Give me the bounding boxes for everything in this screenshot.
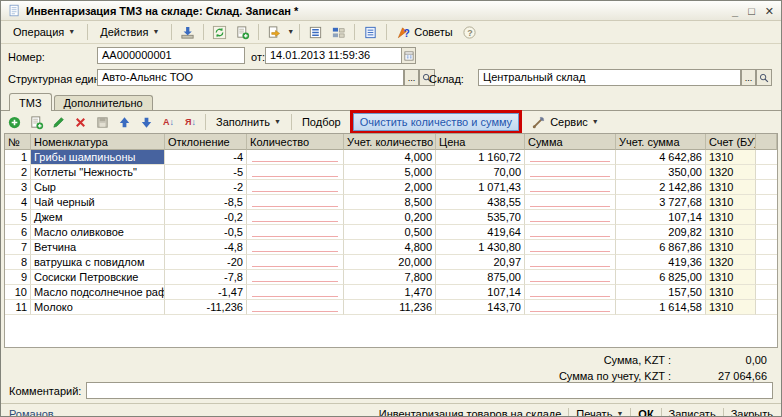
- write-button[interactable]: Записать: [669, 408, 716, 417]
- help-button[interactable]: ?: [459, 23, 480, 42]
- operation-menu-button[interactable]: Операция ▼: [6, 23, 82, 41]
- column-header[interactable]: Количество: [247, 134, 344, 150]
- cell-num[interactable]: 5: [5, 210, 31, 225]
- cell-name[interactable]: Чай черный: [31, 195, 165, 210]
- cell-sum[interactable]: [525, 150, 616, 165]
- move-row-up-button[interactable]: [114, 113, 135, 132]
- column-header[interactable]: №: [5, 134, 31, 150]
- cell-num[interactable]: 1: [5, 150, 31, 165]
- cell-acct-sum[interactable]: 4 642,86: [616, 150, 706, 165]
- cell-deviation[interactable]: -20: [165, 255, 247, 270]
- cell-account[interactable]: 1310: [706, 285, 756, 300]
- warehouse-open-button[interactable]: [756, 69, 772, 86]
- cell-name[interactable]: Сосиски Петровские: [31, 270, 165, 285]
- cell-sum[interactable]: [525, 180, 616, 195]
- cell-price[interactable]: 419,64: [436, 225, 525, 240]
- cell-name[interactable]: Джем: [31, 210, 165, 225]
- refresh-button[interactable]: [209, 23, 230, 42]
- cell-account[interactable]: 1310: [706, 180, 756, 195]
- cell-account[interactable]: 1310: [706, 300, 756, 315]
- tips-button[interactable]: ? Советы: [392, 24, 456, 41]
- warehouse-choose-button[interactable]: ...: [741, 69, 756, 86]
- cell-qty[interactable]: [247, 180, 344, 195]
- cell-acct-sum[interactable]: 350,00: [616, 165, 706, 180]
- chevron-down-icon[interactable]: ▼: [287, 28, 294, 36]
- register-records-button[interactable]: [360, 23, 381, 42]
- cell-acct-sum[interactable]: 2 142,86: [616, 180, 706, 195]
- sort-ascending-button[interactable]: А↓: [158, 113, 179, 132]
- cell-num[interactable]: 3: [5, 180, 31, 195]
- org-choose-button[interactable]: ...: [404, 69, 419, 86]
- cell-num[interactable]: 11: [5, 300, 31, 315]
- cell-price[interactable]: 1 071,43: [436, 180, 525, 195]
- fill-menu-button[interactable]: Заполнить ▼: [210, 114, 287, 130]
- cell-acct-qty[interactable]: 4,800: [344, 240, 436, 255]
- cell-acct-qty[interactable]: 20,000: [344, 255, 436, 270]
- document-structure-button[interactable]: [328, 23, 349, 42]
- cell-qty[interactable]: [247, 150, 344, 165]
- maximize-button[interactable]: □: [748, 4, 755, 18]
- cell-name[interactable]: ватрушка с повидлом: [31, 255, 165, 270]
- cell-num[interactable]: 2: [5, 165, 31, 180]
- tab-additional[interactable]: Дополнительно: [54, 95, 153, 110]
- cell-sum[interactable]: [525, 300, 616, 315]
- cell-acct-qty[interactable]: 2,000: [344, 180, 436, 195]
- cell-qty[interactable]: [247, 225, 344, 240]
- cell-acct-sum[interactable]: 6 867,86: [616, 240, 706, 255]
- cell-qty[interactable]: [247, 240, 344, 255]
- cell-account[interactable]: 1310: [706, 150, 756, 165]
- tab-tmz[interactable]: ТМЗ: [9, 93, 52, 111]
- post-document-button[interactable]: [264, 23, 285, 42]
- column-header[interactable]: Учет. сумма: [616, 134, 706, 150]
- column-header[interactable]: Учет. количество: [344, 134, 436, 150]
- cell-account[interactable]: 1310: [706, 225, 756, 240]
- cell-price[interactable]: 535,70: [436, 210, 525, 225]
- cell-deviation[interactable]: -4: [165, 150, 247, 165]
- cell-num[interactable]: 8: [5, 255, 31, 270]
- cell-price[interactable]: 143,70: [436, 300, 525, 315]
- comment-input[interactable]: [86, 382, 773, 399]
- add-row-button[interactable]: [4, 113, 25, 132]
- pick-button[interactable]: Подбор: [296, 114, 347, 130]
- cell-deviation[interactable]: -2: [165, 180, 247, 195]
- cell-price[interactable]: 875,00: [436, 270, 525, 285]
- cell-acct-qty[interactable]: 0,500: [344, 225, 436, 240]
- cell-name[interactable]: Масло подсолнечное рафиниро...: [31, 285, 165, 300]
- cell-deviation[interactable]: -0,5: [165, 225, 247, 240]
- calendar-button[interactable]: [401, 47, 416, 64]
- cell-acct-qty[interactable]: 1,470: [344, 285, 436, 300]
- org-input[interactable]: Авто-Альянс ТОО: [97, 69, 404, 86]
- cell-account[interactable]: 1310: [706, 240, 756, 255]
- column-header[interactable]: Отклонение: [165, 134, 247, 150]
- date-input[interactable]: 14.01.2013 11:59:36: [265, 47, 402, 64]
- cell-acct-sum[interactable]: 107,14: [616, 210, 706, 225]
- cell-qty[interactable]: [247, 270, 344, 285]
- delete-row-button[interactable]: [70, 113, 91, 132]
- cell-qty[interactable]: [247, 195, 344, 210]
- cell-qty[interactable]: [247, 165, 344, 180]
- cell-num[interactable]: 4: [5, 195, 31, 210]
- save-document-button[interactable]: [177, 23, 198, 42]
- cell-account[interactable]: 1320: [706, 255, 756, 270]
- cell-sum[interactable]: [525, 270, 616, 285]
- cell-name[interactable]: Молоко: [31, 300, 165, 315]
- end-edit-button[interactable]: [92, 113, 113, 132]
- print-menu-button[interactable]: Печать ▼: [576, 408, 623, 417]
- cell-price[interactable]: 20,97: [436, 255, 525, 270]
- cell-account[interactable]: 1310: [706, 195, 756, 210]
- column-header[interactable]: Цена: [436, 134, 525, 150]
- cell-acct-sum[interactable]: 419,36: [616, 255, 706, 270]
- cell-num[interactable]: 6: [5, 225, 31, 240]
- cell-deviation[interactable]: -11,236: [165, 300, 247, 315]
- warehouse-input[interactable]: Центральный склад: [478, 69, 741, 86]
- cell-account[interactable]: 1310: [706, 270, 756, 285]
- cell-acct-qty[interactable]: 0,200: [344, 210, 436, 225]
- cell-name[interactable]: Ветчина: [31, 240, 165, 255]
- close-form-button[interactable]: Закрыть: [731, 408, 773, 417]
- cell-sum[interactable]: [525, 165, 616, 180]
- cell-deviation[interactable]: -1,47: [165, 285, 247, 300]
- cell-qty[interactable]: [247, 255, 344, 270]
- cell-price[interactable]: 1 160,72: [436, 150, 525, 165]
- cell-acct-sum[interactable]: 209,82: [616, 225, 706, 240]
- cell-sum[interactable]: [525, 255, 616, 270]
